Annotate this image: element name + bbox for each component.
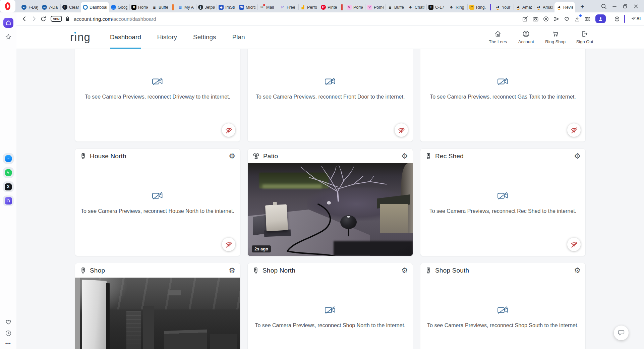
browser-tab[interactable]: ◠Ring.c: [467, 2, 488, 12]
camera-snapshot-icon[interactable]: [531, 14, 540, 23]
camera-offline-body[interactable]: To see Camera Previews, reconnect Front …: [248, 49, 413, 141]
edit-snapshot-icon[interactable]: [521, 14, 530, 23]
camera-card[interactable]: House North⚙To see Camera Previews, reco…: [75, 149, 240, 256]
browser-tab[interactable]: ◆ImSto: [217, 2, 237, 12]
new-tab-button[interactable]: +: [578, 3, 586, 11]
tab-search-icon[interactable]: [598, 1, 609, 12]
lock-icon[interactable]: [65, 16, 70, 21]
camera-card[interactable]: To see Camera Previews, reconnect Front …: [247, 49, 413, 142]
easy-setup-sliders-icon[interactable]: [583, 14, 592, 23]
camera-offline-body[interactable]: To see Camera Previews, reconnect Gas Ta…: [420, 49, 585, 141]
wifi-offline-button[interactable]: [567, 123, 581, 137]
sign-out-button[interactable]: Sign Out: [576, 30, 594, 44]
camera-live-preview[interactable]: 2s ago: [248, 163, 413, 256]
wifi-offline-button[interactable]: [222, 123, 235, 137]
wifi-offline-button[interactable]: [567, 238, 581, 251]
forward-button[interactable]: [29, 14, 39, 23]
url-field[interactable]: account.ring.com/account/dashboard: [74, 16, 156, 22]
browser-tab[interactable]: ⊛ChatG: [406, 2, 426, 12]
back-button[interactable]: [20, 14, 29, 23]
settings-gear-icon[interactable]: ⚙: [229, 267, 235, 274]
browser-tab[interactable]: aYour: [493, 2, 514, 12]
camera-offline-body[interactable]: To see Camera Previews, reconnect House …: [75, 163, 240, 256]
vpn-badge[interactable]: VPN: [51, 16, 62, 22]
settings-gear-icon[interactable]: ⚙: [401, 267, 408, 274]
camera-offline-body[interactable]: To see Camera Previews, reconnect Shop N…: [248, 278, 413, 349]
x-twitter-button[interactable]: X: [3, 181, 14, 192]
messenger-button[interactable]: [3, 153, 14, 164]
camera-card[interactable]: Patio⚙2s ago: [247, 149, 413, 256]
reload-button[interactable]: [39, 14, 48, 23]
camera-card[interactable]: Rec Shed⚙To see Camera Previews, reconne…: [420, 149, 586, 256]
player-button[interactable]: [3, 195, 14, 206]
profile-button[interactable]: [595, 14, 606, 23]
browser-tab[interactable]: Dashboard: [81, 2, 109, 12]
camera-card[interactable]: Shop⚙: [75, 263, 240, 349]
tab-history[interactable]: History: [157, 25, 177, 49]
location-the-lees-button[interactable]: The Lees: [489, 30, 507, 44]
workspace-star-button[interactable]: [4, 33, 12, 41]
camera-live-preview[interactable]: [75, 278, 240, 349]
tab-favicon-icon: ∇: [347, 5, 352, 10]
history-clock-icon[interactable]: [5, 330, 12, 337]
browser-tab[interactable]: ≈7-Day: [19, 2, 40, 12]
settings-gear-icon[interactable]: ⚙: [229, 153, 235, 160]
workspace-home-button[interactable]: [3, 18, 13, 28]
downloads-icon[interactable]: [573, 14, 582, 23]
extensions-cube-icon[interactable]: [613, 14, 622, 23]
opera-menu-button[interactable]: [0, 0, 15, 12]
settings-gear-icon[interactable]: ⚙: [401, 153, 408, 160]
camera-card[interactable]: To see Camera Previews, reconnect Gas Ta…: [420, 49, 586, 142]
browser-tab[interactable]: aAmaz: [534, 2, 554, 12]
browser-tab[interactable]: ≈7-Day: [40, 2, 60, 12]
sign-out-icon: [581, 30, 589, 38]
window-close-button[interactable]: [631, 1, 641, 12]
camera-offline-body[interactable]: To see Camera Previews, reconnect Drivew…: [75, 49, 240, 141]
window-minimize-button[interactable]: [609, 1, 620, 12]
camera-card[interactable]: Shop North⚙To see Camera Previews, recon…: [247, 263, 413, 349]
browser-tab[interactable]: ∇Pome: [345, 2, 365, 12]
browser-tab[interactable]: ∇Pome: [365, 2, 386, 12]
camera-offline-body[interactable]: To see Camera Previews, reconnect Shop S…: [420, 278, 585, 349]
settings-gear-icon[interactable]: ⚙: [574, 153, 581, 160]
browser-tab[interactable]: ≣Buffer: [150, 2, 170, 12]
camera-offline-body[interactable]: To see Camera Previews, reconnect Rec Sh…: [420, 163, 585, 256]
browser-tab[interactable]: ⊛Ring C: [447, 2, 467, 12]
browser-tab[interactable]: XHome: [129, 2, 150, 12]
browser-tab[interactable]: ≣Buffer: [386, 2, 406, 12]
sidebar-more-icon[interactable]: •••: [5, 341, 11, 346]
camera-card[interactable]: To see Camera Previews, reconnect Drivew…: [75, 49, 240, 142]
wifi-offline-button[interactable]: [222, 238, 235, 251]
browser-tab[interactable]: ▦My A: [176, 2, 196, 12]
browser-tab[interactable]: JJetpa: [196, 2, 217, 12]
browser-tab[interactable]: ☾Clear: [60, 2, 81, 12]
aria-ai-button[interactable]: AI: [631, 16, 641, 21]
settings-gear-icon[interactable]: ⚙: [574, 267, 581, 274]
browser-tab[interactable]: MSMicro: [237, 2, 257, 12]
spotlight-camera-icon: [425, 267, 432, 274]
browser-tab[interactable]: aRevie: [554, 2, 575, 12]
tab-dashboard[interactable]: Dashboard: [110, 25, 141, 49]
ring-shop-button[interactable]: Ring Shop: [545, 30, 566, 44]
wifi-offline-button[interactable]: [395, 123, 408, 137]
browser-tab[interactable]: ✉Mail: [257, 2, 278, 12]
window-restore-button[interactable]: [620, 1, 631, 12]
account-button[interactable]: Account: [517, 30, 535, 44]
browser-tab[interactable]: TC-17: [426, 2, 447, 12]
blocker-icon[interactable]: [542, 14, 550, 23]
send-to-flow-icon[interactable]: [552, 14, 561, 23]
favorites-heart-icon[interactable]: [563, 14, 571, 23]
tab-plan[interactable]: Plan: [232, 25, 245, 49]
ring-logo[interactable]: rıng: [70, 32, 91, 43]
browser-tab[interactable]: PFree P: [278, 2, 298, 12]
tab-settings[interactable]: Settings: [193, 25, 216, 49]
camera-card[interactable]: Shop South⚙To see Camera Previews, recon…: [420, 263, 586, 349]
browser-tab[interactable]: …Goog: [109, 2, 129, 12]
browser-tab[interactable]: PPinter: [319, 2, 339, 12]
whatsapp-button[interactable]: [3, 167, 14, 178]
browser-tab[interactable]: ▟Perfo: [298, 2, 319, 12]
sidebar-panel-indicator[interactable]: [624, 15, 625, 23]
favorites-heart-icon[interactable]: [5, 318, 12, 326]
browser-tab[interactable]: aAmaz: [514, 2, 534, 12]
help-chat-button[interactable]: [614, 326, 629, 340]
